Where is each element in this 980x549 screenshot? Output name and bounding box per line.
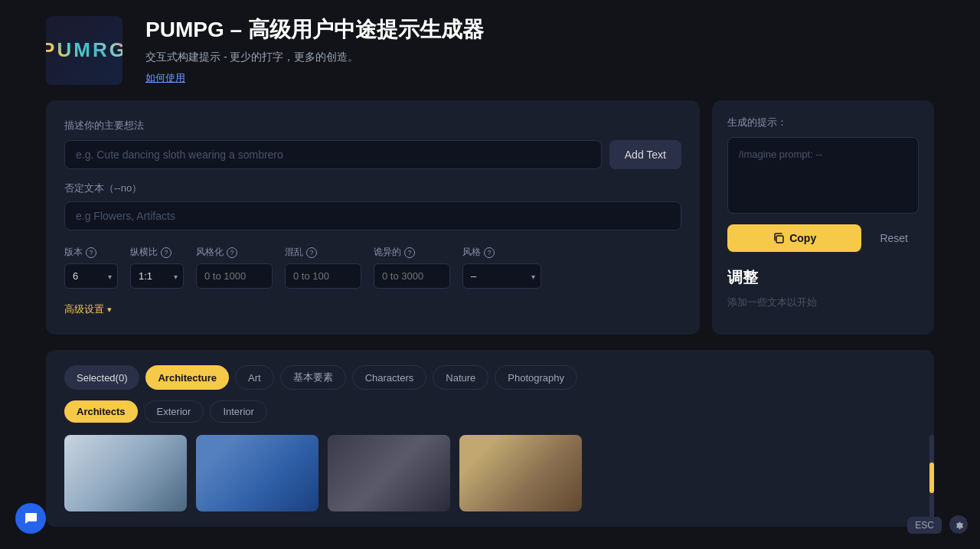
style-setting: 风格 ? – raw cute expressive original scen…: [462, 246, 541, 289]
version-label: 版本 ?: [64, 246, 118, 259]
tab-architecture[interactable]: Architecture: [145, 365, 229, 390]
aspect-select[interactable]: 1:1 4:3 16:9 9:16 3:4: [130, 263, 184, 289]
add-text-button[interactable]: Add Text: [609, 140, 681, 169]
prompt-output: /imagine prompt: --: [727, 137, 919, 214]
settings-row: 版本 ? 5 5.1 5.2 6 纵横比 ?: [64, 246, 681, 289]
style-select[interactable]: – raw cute expressive original scenic: [462, 263, 541, 289]
adjust-hint: 添加一些文本以开始: [727, 296, 919, 309]
category-tabs: Selected(0) Architecture Art 基本要素 Charac…: [64, 365, 916, 390]
chaos-info-icon: ?: [306, 247, 317, 258]
adjust-title: 调整: [727, 267, 919, 288]
svg-rect-0: [776, 236, 783, 243]
stylize-info-icon: ?: [227, 247, 237, 258]
neg-section: 否定文本（--no）: [64, 181, 681, 230]
sub-tab-interior[interactable]: Interior: [210, 400, 266, 423]
chaos-setting: 混乱 ?: [285, 246, 361, 289]
version-info-icon: ?: [86, 247, 96, 258]
main-content: 描述你的主要想法 Add Text 否定文本（--no） 版本 ? 5 5.1: [0, 100, 980, 350]
weird-setting: 诡异的 ?: [374, 246, 450, 289]
advanced-settings-toggle[interactable]: 高级设置 ▾: [64, 302, 681, 316]
right-panel: 生成的提示： /imagine prompt: -- Copy Reset 调整…: [712, 100, 934, 335]
action-row: Copy Reset: [727, 224, 919, 252]
arch-image-2: [196, 435, 318, 511]
header-text: PUMPG – 高级用户中途提示生成器 交互式构建提示 - 更少的打字，更多的创…: [145, 15, 934, 85]
image-card-3[interactable]: [328, 435, 450, 511]
logo-text: PUMRG: [46, 38, 122, 62]
stylize-input[interactable]: [196, 263, 273, 289]
tab-basic[interactable]: 基本要素: [280, 365, 346, 390]
logo: PUMRG: [46, 16, 122, 85]
version-select-wrapper: 5 5.1 5.2 6: [64, 263, 118, 289]
image-grid: [64, 435, 916, 511]
tab-photography[interactable]: Photography: [495, 365, 577, 390]
tab-nature[interactable]: Nature: [433, 365, 488, 390]
main-input-label: 描述你的主要想法: [64, 119, 681, 132]
reset-button[interactable]: Reset: [869, 224, 919, 252]
version-select[interactable]: 5 5.1 5.2 6: [64, 263, 118, 289]
stylize-label: 风格化 ?: [196, 246, 273, 259]
chaos-label: 混乱 ?: [285, 246, 361, 259]
gear-icon: [953, 519, 964, 530]
chat-bubble[interactable]: [15, 503, 46, 534]
tab-art[interactable]: Art: [235, 365, 274, 390]
style-select-wrapper: – raw cute expressive original scenic: [462, 263, 541, 289]
tab-selected[interactable]: Selected(0): [64, 365, 139, 390]
app-title: PUMPG – 高级用户中途提示生成器: [145, 15, 934, 44]
copy-button[interactable]: Copy: [727, 224, 861, 252]
chevron-down-icon: ▾: [107, 305, 112, 315]
stylize-setting: 风格化 ?: [196, 246, 273, 289]
image-card-1[interactable]: [64, 435, 187, 511]
weird-input[interactable]: [374, 263, 450, 289]
sub-tabs: Architects Exterior Interior: [64, 400, 916, 423]
chaos-input[interactable]: [285, 263, 361, 289]
version-setting: 版本 ? 5 5.1 5.2 6: [64, 246, 118, 289]
app-subtitle: 交互式构建提示 - 更少的打字，更多的创造。: [145, 51, 934, 64]
esc-button[interactable]: ESC: [907, 517, 942, 534]
aspect-select-wrapper: 1:1 4:3 16:9 9:16 3:4: [130, 263, 184, 289]
chat-icon: [23, 511, 38, 526]
neg-label: 否定文本（--no）: [64, 181, 681, 195]
generated-label: 生成的提示：: [727, 116, 919, 129]
bottom-panel: Selected(0) Architecture Art 基本要素 Charac…: [46, 350, 934, 527]
main-text-input[interactable]: [64, 140, 602, 169]
weird-label: 诡异的 ?: [374, 246, 450, 259]
tab-characters[interactable]: Characters: [352, 365, 427, 390]
aspect-info-icon: ?: [161, 247, 172, 258]
settings-icon-button[interactable]: [949, 515, 968, 534]
style-info-icon: ?: [484, 247, 495, 258]
aspect-label: 纵横比 ?: [130, 246, 184, 259]
copy-icon: [773, 232, 785, 244]
sub-tab-exterior[interactable]: Exterior: [144, 400, 204, 423]
main-input-row: Add Text: [64, 140, 681, 169]
left-panel: 描述你的主要想法 Add Text 否定文本（--no） 版本 ? 5 5.1: [46, 100, 700, 335]
image-card-4[interactable]: [459, 435, 582, 511]
weird-info-icon: ?: [404, 247, 415, 258]
image-card-2[interactable]: [196, 435, 318, 511]
header: PUMRG PUMPG – 高级用户中途提示生成器 交互式构建提示 - 更少的打…: [0, 0, 980, 100]
neg-text-input[interactable]: [64, 201, 681, 230]
style-label: 风格 ?: [462, 246, 541, 259]
how-to-link[interactable]: 如何使用: [145, 72, 185, 83]
arch-image-4: [459, 435, 582, 511]
arch-image-3: [328, 435, 450, 511]
arch-image-1: [64, 435, 187, 511]
sub-tab-architects[interactable]: Architects: [64, 400, 138, 423]
aspect-setting: 纵横比 ? 1:1 4:3 16:9 9:16 3:4: [130, 246, 184, 289]
